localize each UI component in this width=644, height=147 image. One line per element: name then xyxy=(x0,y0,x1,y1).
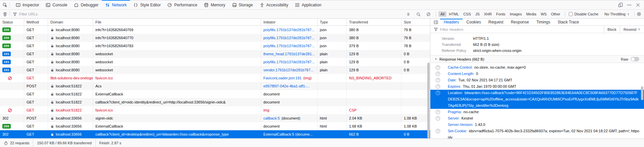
raw-toggle[interactable]: Raw xyxy=(621,57,639,61)
throttling-dropdown[interactable]: No Throttling xyxy=(601,12,633,16)
method-text: POST xyxy=(27,84,37,88)
request-row[interactable]: GETlocalhost:51822ExternalCallbackdocume… xyxy=(0,90,430,98)
stopwatch-icon xyxy=(4,141,8,145)
block-button[interactable]: Block xyxy=(604,26,620,33)
devtools-tab-performance[interactable]: Performance xyxy=(164,0,201,9)
devtools-tab-memory[interactable]: Memory xyxy=(201,0,228,9)
filter-type-other[interactable]: Other xyxy=(549,11,562,17)
header-row-server-version[interactable]: Server-Version:1.43.0 xyxy=(430,122,644,128)
request-row[interactable]: GETlocalhost:51822callback?client_id=oid… xyxy=(0,98,430,106)
filter-type-js[interactable]: JS xyxy=(473,11,482,17)
initiator-cell: polyfills.1791b137de281b787... xyxy=(261,26,317,34)
column-header-domain[interactable]: Domain xyxy=(48,19,93,25)
request-row[interactable]: 302POSTlocalhost:33656signin-oidccallbac… xyxy=(0,114,430,122)
request-list-scrollbar[interactable] xyxy=(427,63,430,138)
resend-button[interactable]: Resend xyxy=(620,26,644,33)
filter-urls-placeholder: Filter URLs xyxy=(19,12,38,16)
filter-type-xhr[interactable]: XHR xyxy=(482,11,494,17)
domain-cell: localhost:8080 xyxy=(48,34,93,42)
request-row[interactable]: 101GETlocalhost:8080websocketpolyfills.1… xyxy=(0,58,430,66)
help-icon[interactable]: ? xyxy=(436,110,440,114)
help-icon[interactable]: ? xyxy=(436,72,440,76)
type-cell xyxy=(317,98,347,106)
devtools-tab-accessibility[interactable]: Accessibility xyxy=(256,0,292,9)
request-row[interactable]: GET8bit-solutions-dev.onelogin....favico… xyxy=(0,74,430,82)
header-row-pragma[interactable]: ?Pragma:no-cache xyxy=(430,109,644,115)
filter-urls-input[interactable]: Filter URLs xyxy=(11,12,402,16)
column-header-initiator[interactable]: Initiator xyxy=(261,19,317,25)
devtools-tab-debugger[interactable]: Debugger xyxy=(71,0,102,9)
request-blocking-icon[interactable] xyxy=(425,11,432,17)
filter-type-images[interactable]: Images xyxy=(508,11,524,17)
header-row-content-length[interactable]: ?Content-Length:0 xyxy=(430,71,644,77)
clear-requests-button[interactable] xyxy=(2,11,8,17)
responsive-design-icon[interactable] xyxy=(617,2,624,8)
transferred-size: 150.07 KB / 89.66 KB transferred xyxy=(33,139,95,147)
network-settings-gear-icon[interactable] xyxy=(636,11,642,17)
filter-type-media[interactable]: Media xyxy=(524,11,538,17)
meatball-menu-icon[interactable] xyxy=(626,2,633,8)
help-icon[interactable]: ? xyxy=(436,84,440,89)
detail-tab-response[interactable]: Response xyxy=(507,19,532,25)
header-row-location[interactable]: ?Location:bitwarden://sso-callback?code=… xyxy=(430,90,644,109)
filter-type-html[interactable]: HTML xyxy=(447,11,461,17)
devtools-tab-network[interactable]: Network xyxy=(102,0,130,9)
column-header-type[interactable]: Type xyxy=(317,19,347,25)
request-row[interactable]: 200GETlocalhost:8080info?t=1635826640783… xyxy=(0,42,430,50)
help-icon[interactable]: ? xyxy=(436,91,440,95)
devtools-tab-inspector[interactable]: Inspector xyxy=(12,0,42,9)
column-header-method[interactable]: Method xyxy=(24,19,48,25)
request-row[interactable]: 200GETlocalhost:8080info?t=1635826640770… xyxy=(0,34,430,42)
devtools-tab-console[interactable]: Console xyxy=(42,0,71,9)
pause-traffic-icon[interactable] xyxy=(405,11,412,17)
close-icon[interactable] xyxy=(635,2,641,8)
detail-tab-headers[interactable]: Headers xyxy=(440,19,463,25)
request-row[interactable]: 302GETlocalhost:33656callback?client_id=… xyxy=(0,130,430,138)
help-icon[interactable]: ? xyxy=(436,129,440,133)
detail-tab-cookies[interactable]: Cookies xyxy=(463,19,484,25)
column-header-size[interactable]: Size xyxy=(401,19,430,25)
devtools-tab-application[interactable]: Application xyxy=(292,0,325,9)
detail-tab-timings[interactable]: Timings xyxy=(532,19,554,25)
request-row[interactable]: POSTlocalhost:51822Acse957f897-042e-4ba1… xyxy=(0,82,430,90)
panel-toggle-icon[interactable] xyxy=(432,19,439,25)
devtools-tab-storage[interactable]: Storage xyxy=(229,0,256,9)
request-row[interactable]: GETlocalhost:51822favicon.icoimgCSP xyxy=(0,106,430,114)
column-header-file[interactable]: File xyxy=(93,19,261,25)
detail-tab-request[interactable]: Request xyxy=(485,19,507,25)
request-row[interactable]: 200GETlocalhost:8080info?t=1635826640769… xyxy=(0,26,430,34)
search-icon[interactable] xyxy=(415,11,422,17)
filter-headers-input[interactable]: Filter Headers xyxy=(440,27,463,31)
detail-panel-scrollbar[interactable] xyxy=(641,86,643,100)
header-row-set-cookie[interactable]: ?Set-Cookie:idsrv=adf6cba1-7075-402b-9ec… xyxy=(430,128,644,139)
file-cell: favicon.ico xyxy=(93,106,261,114)
column-header-status[interactable]: Status xyxy=(0,19,24,25)
filter-type-all[interactable]: All xyxy=(438,11,446,17)
filter-type-fonts[interactable]: Fonts xyxy=(494,11,508,17)
header-row-server[interactable]: ?Server:Kestrel xyxy=(430,115,644,122)
request-row[interactable]: 200GETlocalhost:33656ExternalCallbackdoc… xyxy=(0,122,430,130)
request-row[interactable]: 101GETlocalhost:8080websockettheme_head.… xyxy=(0,50,430,58)
size-cell xyxy=(401,74,430,82)
type-cell: html xyxy=(317,114,347,122)
header-row-expires[interactable]: ?Expires:Thu, 01 Jan 1970 00:00:00 GMT xyxy=(430,83,644,90)
filter-type-ws[interactable]: WS xyxy=(539,11,549,17)
initiator-text: img xyxy=(263,108,269,112)
help-icon[interactable]: ? xyxy=(436,78,440,82)
disable-cache-checkbox[interactable]: Disable Cache xyxy=(566,12,601,16)
help-icon[interactable]: ? xyxy=(436,116,440,121)
column-header-transferred[interactable]: Transferred xyxy=(347,19,401,25)
method-text: GET xyxy=(27,92,34,96)
detail-tab-stack-trace[interactable]: Stack Trace xyxy=(554,19,583,25)
header-row-date[interactable]: ?Date:Tue, 02 Nov 2021 04:17:21 GMT xyxy=(430,77,644,83)
help-icon[interactable]: ? xyxy=(436,65,440,70)
node-picker-icon[interactable] xyxy=(2,2,8,8)
summary-label: Transferred xyxy=(442,42,473,47)
funnel-icon xyxy=(13,12,17,16)
initiator-cell: polyfills.1791b137de281b787... xyxy=(261,34,317,42)
response-headers-section[interactable]: Response Headers (662 B) Raw xyxy=(430,55,644,63)
devtools-tab-style-editor[interactable]: Style Editor xyxy=(130,0,164,9)
header-row-cache-control[interactable]: ?Cache-Control:no-store, no-cache, max-a… xyxy=(430,64,644,71)
request-row[interactable]: 101GETlocalhost:8080websocketvendor.1791… xyxy=(0,66,430,74)
filter-type-css[interactable]: CSS xyxy=(461,11,473,17)
